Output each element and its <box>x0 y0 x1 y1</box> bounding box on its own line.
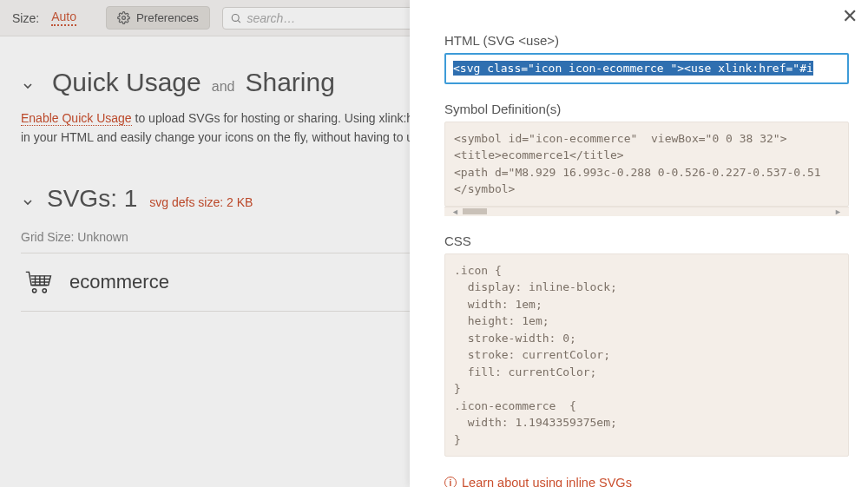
scroll-right-icon[interactable]: ► <box>834 207 842 216</box>
info-icon: i <box>444 477 457 487</box>
horizontal-scrollbar[interactable]: ◄ ► <box>444 207 849 216</box>
scroll-left-icon[interactable]: ◄ <box>451 207 459 216</box>
learn-inline-svgs-link[interactable]: i Learn about using inline SVGs <box>444 476 632 487</box>
code-symbol-definition[interactable]: <symbol id="icon-ecommerce" viewBox="0 0… <box>444 122 849 207</box>
code-css[interactable]: .icon { display: inline-block; width: 1e… <box>444 253 849 457</box>
code-html-use[interactable]: <svg class="icon icon-ecommerce "><use x… <box>444 53 849 84</box>
learn-link-text: Learn about using inline SVGs <box>462 476 632 487</box>
panel-heading-symbol: Symbol Definition(s) <box>444 102 849 116</box>
panel-heading-css: CSS <box>444 234 849 248</box>
close-icon[interactable]: ✕ <box>842 7 858 26</box>
panel-heading-html: HTML (SVG <use>) <box>444 33 849 48</box>
code-panel: ✕ HTML (SVG <use>) <svg class="icon icon… <box>410 0 868 487</box>
scroll-thumb[interactable] <box>463 208 487 214</box>
